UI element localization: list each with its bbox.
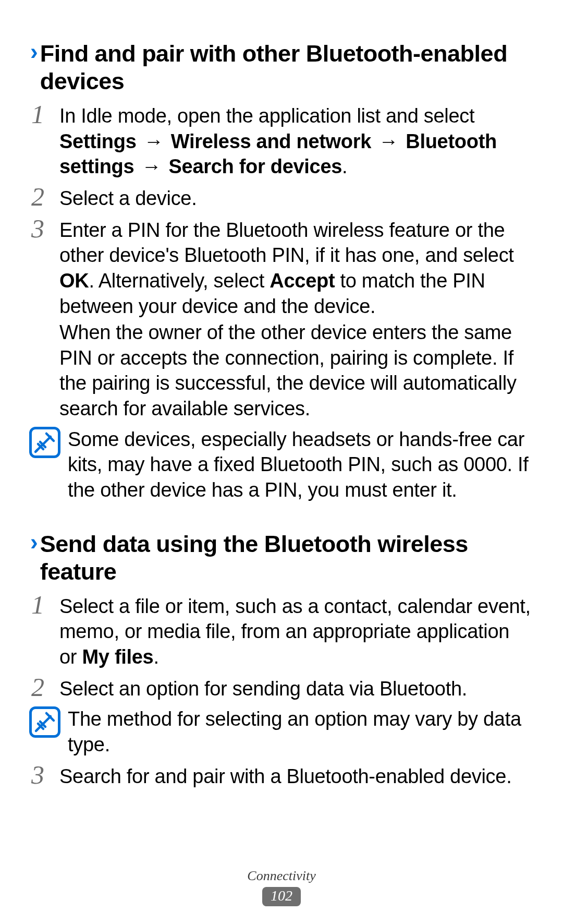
note-block: The method for selecting an option may v…	[31, 706, 532, 757]
wireless-label: Wireless and network	[171, 130, 371, 152]
step-number: 2	[31, 674, 59, 700]
footer-section-label: Connectivity	[0, 868, 563, 884]
step-number: 1	[31, 592, 59, 618]
note-text: The method for selecting an option may v…	[68, 706, 532, 757]
step-3: 3 Enter a PIN for the Bluetooth wireless…	[31, 215, 532, 422]
search-label: Search for devices	[169, 155, 342, 177]
step-1: 1 Select a file or item, such as a conta…	[31, 592, 532, 670]
step-body: Select a file or item, such as a contact…	[59, 592, 532, 670]
settings-label: Settings	[59, 130, 137, 152]
note-text: Some devices, especially headsets or han…	[68, 427, 532, 503]
step-2: 2 Select a device.	[31, 184, 532, 211]
step-body: Select a device.	[59, 184, 532, 211]
step-number: 3	[31, 215, 59, 242]
myfiles-label: My files	[82, 646, 153, 668]
arrow-icon: →	[142, 130, 171, 152]
ok-label: OK	[59, 270, 89, 292]
text: .	[153, 646, 158, 668]
step-body: Search for and pair with a Bluetooth-ena…	[59, 762, 532, 789]
chevron-icon: ›	[30, 40, 37, 64]
step-number: 1	[31, 101, 59, 127]
step-number: 3	[31, 762, 59, 788]
note-block: Some devices, especially headsets or han…	[31, 427, 532, 503]
paragraph: Enter a PIN for the Bluetooth wireless f…	[59, 218, 532, 319]
page-number-badge: 102	[262, 887, 301, 906]
step-1: 1 In Idle mode, open the application lis…	[31, 101, 532, 179]
text: Enter a PIN for the Bluetooth wireless f…	[59, 219, 514, 267]
page: › Find and pair with other Bluetooth-ena…	[0, 0, 563, 924]
section-title: Send data using the Bluetooth wireless f…	[40, 530, 532, 585]
section-heading-send-data: › Send data using the Bluetooth wireless…	[31, 530, 532, 585]
chevron-icon: ›	[30, 530, 37, 554]
arrow-icon: →	[134, 155, 168, 177]
step-number: 2	[31, 184, 59, 210]
section-heading-find-pair: › Find and pair with other Bluetooth-ena…	[31, 40, 532, 95]
section-title: Find and pair with other Bluetooth-enabl…	[40, 40, 532, 95]
paragraph: When the owner of the other device enter…	[59, 320, 532, 422]
step-body: Select an option for sending data via Bl…	[59, 674, 532, 702]
text: .	[342, 155, 347, 177]
text: In Idle mode, open the application list …	[59, 105, 474, 127]
step-3: 3 Search for and pair with a Bluetooth-e…	[31, 762, 532, 789]
accept-label: Accept	[270, 270, 335, 292]
note-icon	[29, 427, 60, 458]
step-body: Enter a PIN for the Bluetooth wireless f…	[59, 215, 532, 422]
step-body: In Idle mode, open the application list …	[59, 101, 532, 179]
page-footer: Connectivity 102	[0, 868, 563, 906]
text: . Alternatively, select	[89, 270, 270, 292]
note-icon	[29, 706, 60, 738]
step-2: 2 Select an option for sending data via …	[31, 674, 532, 702]
arrow-icon: →	[371, 130, 406, 152]
